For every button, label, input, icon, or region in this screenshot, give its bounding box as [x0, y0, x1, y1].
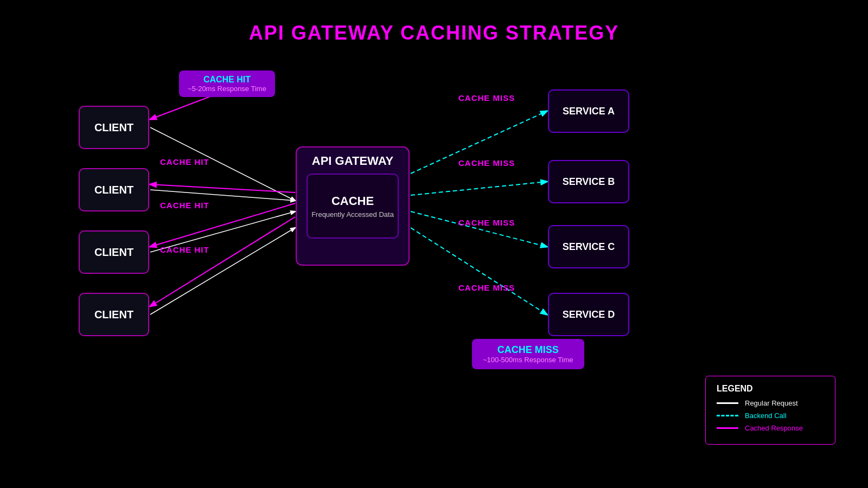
- client-box-3: CLIENT: [79, 230, 149, 274]
- svg-line-5: [411, 182, 547, 195]
- page-title: API GATEWAY CACHING STRATEGY: [249, 22, 620, 44]
- gateway-title: API GATEWAY: [312, 154, 393, 168]
- cache-hit-label-2: CACHE HIT: [160, 201, 209, 210]
- cache-miss-label-1: CACHE MISS: [458, 93, 515, 102]
- legend-line-white: [717, 402, 738, 404]
- service-box-b: SERVICE B: [548, 160, 629, 203]
- cache-inner-box: CACHE Frequently Accessed Data: [307, 174, 399, 239]
- svg-line-1: [150, 190, 295, 201]
- gateway-box: API GATEWAY CACHE Frequently Accessed Da…: [296, 146, 410, 266]
- svg-line-6: [411, 211, 547, 247]
- cache-hit-bubble: CACHE HIT ~5-20ms Response Time: [179, 70, 275, 97]
- svg-line-7: [411, 228, 547, 314]
- legend-line-cyan: [717, 415, 738, 416]
- cache-hit-label-3: CACHE HIT: [160, 245, 209, 254]
- client-box-1: CLIENT: [79, 106, 149, 149]
- legend-box: LEGEND Regular Request Backend Call Cach…: [705, 376, 835, 445]
- service-box-a: SERVICE A: [548, 89, 629, 133]
- cache-miss-bubble: CACHE MISS ~100-500ms Response Time: [472, 339, 584, 369]
- cache-hit-label-1: CACHE HIT: [160, 157, 209, 166]
- cache-miss-label-3: CACHE MISS: [458, 218, 515, 227]
- legend-line-magenta: [717, 427, 738, 429]
- service-box-c: SERVICE C: [548, 225, 629, 268]
- svg-line-3: [150, 228, 295, 314]
- legend-item-cached: Cached Response: [717, 424, 824, 432]
- diagram: API GATEWAY CACHING STRATEGY: [0, 0, 868, 488]
- legend-label-cached: Cached Response: [745, 424, 803, 432]
- service-box-d: SERVICE D: [548, 293, 629, 336]
- client-box-4: CLIENT: [79, 293, 149, 336]
- svg-line-9: [150, 203, 295, 247]
- legend-item-regular: Regular Request: [717, 399, 824, 407]
- legend-label-regular: Regular Request: [745, 399, 798, 407]
- legend-title: LEGEND: [717, 384, 824, 394]
- svg-line-8: [150, 184, 295, 192]
- cache-miss-label-2: CACHE MISS: [458, 158, 515, 168]
- client-box-2: CLIENT: [79, 168, 149, 211]
- svg-line-10: [150, 217, 295, 306]
- cache-miss-label-4: CACHE MISS: [458, 283, 515, 292]
- legend-item-backend: Backend Call: [717, 412, 824, 420]
- legend-label-backend: Backend Call: [745, 412, 787, 420]
